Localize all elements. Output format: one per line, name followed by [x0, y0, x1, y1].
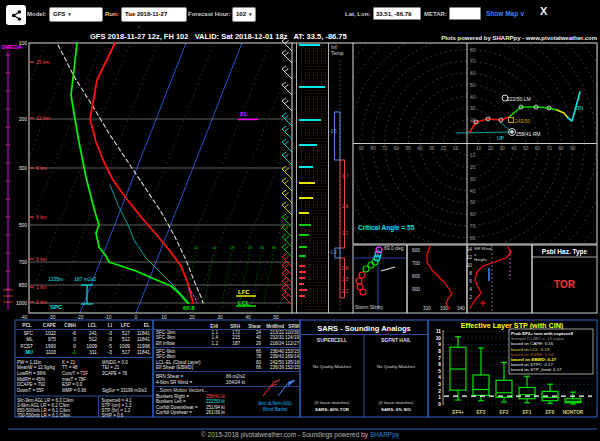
slinky-angle-label: 69.0 deg [384, 245, 404, 251]
hodo-ring-label: 60 [470, 71, 476, 76]
srwind-height-label: 8 [469, 271, 472, 276]
storm-motion-value: 222/50 kt [206, 399, 226, 404]
line [282, 244, 286, 247]
storm-motion-label: Corfidi Upshear = [156, 410, 192, 415]
kin-cell: 213/22 [270, 330, 284, 335]
sars-title: SARS - Sounding Analogs [317, 324, 410, 333]
hodo-ring-label: 20 [441, 146, 447, 151]
hodo-ring-label: 70 [382, 146, 388, 151]
srwind-height-label: 6 [469, 279, 472, 284]
temp-axis-label: -10 [104, 314, 111, 320]
height-label: 6 km [36, 214, 47, 220]
parcel-cell: 975 [48, 337, 56, 342]
kin-cell: 215 [232, 335, 240, 340]
parcel-cell: 1103 [46, 350, 57, 355]
kin-cell: 218/24 [270, 341, 284, 346]
mean-wind-marker [509, 118, 514, 123]
omega-label: OMEGA [1, 44, 22, 50]
storm-motion-value: 261/36 kt [206, 410, 226, 415]
mixing-ratio-label: 18 [230, 245, 235, 250]
kin-cell: 236/40 [270, 349, 284, 354]
speed-bar [299, 44, 320, 46]
height-label: 1 km [36, 284, 47, 290]
pressure-label: 500 [19, 222, 28, 228]
sharppy-link[interactable]: SHARPpy [370, 431, 399, 438]
hodo-ring-label: 40 [470, 95, 476, 100]
hodo-ring-label: 40 [470, 189, 476, 194]
line [285, 116, 289, 119]
slinky-motion-line [381, 267, 395, 271]
sars-supercell-loose: (5 loose matches) [315, 400, 350, 405]
stp-ytick: 3 [438, 382, 441, 387]
speed-bar [299, 234, 309, 236]
parcel-cell: -1 [72, 350, 77, 355]
spc-label: SPC [50, 304, 63, 310]
storm-motion-label: Bunkers Right = [156, 394, 189, 399]
upshear-label: UP [497, 135, 505, 141]
isotherm-line [0, 43, 46, 313]
downshear-label: DN [576, 105, 584, 111]
kin-row-label: SFC-1km [156, 330, 176, 335]
kin-row-label: Eff Inflow [156, 341, 175, 346]
stp-title: Effective Layer STP (with CIN) [461, 321, 564, 330]
pressure-label: 200 [19, 116, 28, 122]
pressure-label: 1000 [16, 300, 27, 306]
line [282, 126, 286, 129]
pressure-label: 850 [19, 282, 28, 288]
line [282, 139, 286, 142]
slinky-ring [359, 272, 365, 278]
temp-axis-label: -40 [20, 314, 27, 320]
critical-angle-label: Critical Angle = 55 [358, 224, 415, 232]
speed-bar [299, 166, 313, 168]
storm-motion-label: Corfidi Downshear = [156, 405, 198, 410]
mixing-ratio-label: 23 [248, 245, 253, 250]
isotherm-line [0, 43, 18, 313]
thetae-pressure-label: 700 [412, 261, 420, 266]
line [282, 166, 286, 169]
hodo-ring-label: 30 [470, 177, 476, 182]
parcel-col-header: CINH [64, 323, 76, 328]
thermo-index: TT = 48 [62, 365, 78, 370]
stp-ytick: 8 [438, 349, 441, 354]
left-mover-label: 222/50 LM [507, 96, 531, 102]
speed-bar [299, 182, 315, 184]
sr-vector-lines [456, 122, 512, 133]
hodo-ring-label: 30 [500, 146, 506, 151]
footer: © 2015-2018 pivotalweather.com - Soundin… [0, 431, 600, 438]
sharppy-sounding-app: Model: GFS▾ Run: Tue 2018-11-27 12z▾ For… [0, 0, 600, 441]
cold-adv-box [335, 112, 341, 160]
hazard-value: TOR [554, 279, 576, 290]
parcel-cell: 0 [73, 337, 76, 342]
kin-col-header: Shear [248, 324, 261, 329]
hodo-ring-label: 50 [470, 83, 476, 88]
temp-axis-label: 50 [273, 314, 279, 320]
hodo-ring-label: 10 [453, 146, 459, 151]
parcel-cell: 241 [89, 331, 97, 336]
wind-barb [282, 85, 292, 95]
stp-ytick: 2 [438, 389, 441, 394]
kin-cell: 112/27 [285, 341, 299, 346]
kin-cell: 152/15 [285, 365, 299, 370]
pressure-label: 700 [19, 259, 28, 265]
srwind-height-label: 2 [469, 295, 472, 300]
temp-axis-label: 20 [189, 314, 195, 320]
parcel-cell: 517 [122, 350, 130, 355]
storm-motion-label: Bunkers Left = [156, 399, 186, 404]
stp-ytick: 6 [438, 362, 441, 367]
srwind-title: Height [474, 257, 487, 262]
hodo-ring-label: 70 [470, 224, 476, 229]
mixing-ratio-label: 14 [212, 245, 217, 250]
stp-ytick: 10 [436, 336, 442, 341]
wind-barb [282, 142, 292, 152]
el-label: EL [240, 111, 248, 117]
stp-ytick: 1 [438, 395, 441, 400]
speed-bar [299, 144, 317, 146]
height-label: 3 km [36, 256, 47, 262]
line [282, 202, 286, 205]
line [282, 285, 286, 288]
sars-supercell-pct: SARS: 40% TOR [315, 407, 350, 412]
kin-row-label: LCL-EL (Cloud Layer) [156, 360, 201, 365]
hodo-ring-label: 80 [558, 146, 564, 151]
stp-category-label: EF4+ [452, 410, 464, 415]
kin-cell: 124/19 [285, 335, 299, 340]
